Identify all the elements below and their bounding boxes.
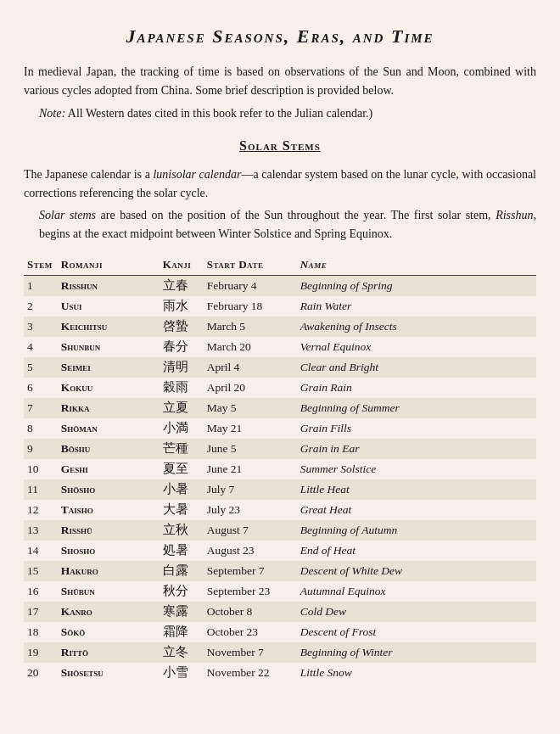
cell-romanji: Shūbun: [58, 581, 160, 602]
table-row: 14Shosho処暑August 23End of Heat: [24, 541, 536, 561]
cell-kanji: 芒種: [160, 439, 204, 459]
table-row: 4Shunbun春分March 20Vernal Equinox: [24, 337, 536, 357]
cell-kanji: 立冬: [160, 642, 204, 663]
table-row: 13Risshū立秋August 7Beginning of Autumn: [24, 520, 536, 541]
table-row: 2Usui雨水February 18Rain Water: [24, 296, 536, 317]
cell-name: Beginning of Summer: [297, 398, 536, 418]
cell-name: Summer Solstice: [297, 459, 536, 479]
cell-romanji: Taisho: [58, 500, 160, 520]
note-label: Note: All Western dates cited in this bo…: [39, 107, 372, 120]
table-row: 9Bōshu芒種June 5Grain in Ear: [24, 439, 536, 459]
cell-romanji: Keichitsu: [58, 317, 160, 337]
cell-romanji: Bōshu: [58, 439, 160, 459]
cell-stem: 12: [24, 500, 58, 520]
note-paragraph: Note: All Western dates cited in this bo…: [24, 104, 536, 123]
cell-name: Rain Water: [297, 296, 536, 317]
cell-name: Great Heat: [297, 500, 536, 520]
cell-stem: 14: [24, 541, 58, 561]
cell-start: May 21: [204, 418, 297, 439]
cell-stem: 13: [24, 520, 58, 541]
cell-name: Awakening of Insects: [297, 317, 536, 337]
cell-start: May 5: [204, 398, 297, 418]
cell-stem: 5: [24, 357, 58, 378]
cell-name: Cold Dew: [297, 602, 536, 622]
cell-kanji: 寒露: [160, 602, 204, 622]
header-romanji: Romanji: [58, 255, 160, 276]
cell-name: Descent of White Dew: [297, 561, 536, 581]
cell-start: October 23: [204, 622, 297, 642]
cell-romanji: Risshū: [58, 520, 160, 541]
header-name: Name: [297, 255, 536, 276]
table-row: 12Taisho大暑July 23Great Heat: [24, 500, 536, 520]
cell-kanji: 夏至: [160, 459, 204, 479]
cell-kanji: 大暑: [160, 500, 204, 520]
page-title: Japanese Seasons, Eras, and Time: [24, 25, 536, 48]
table-row: 17Kanro寒露October 8Cold Dew: [24, 602, 536, 622]
cell-name: Beginning of Winter: [297, 642, 536, 663]
cell-stem: 15: [24, 561, 58, 581]
cell-name: End of Heat: [297, 541, 536, 561]
cell-start: February 4: [204, 275, 297, 296]
cell-start: July 23: [204, 500, 297, 520]
table-row: 18Sōkō霜降October 23Descent of Frost: [24, 622, 536, 642]
header-kanji: Kanji: [160, 255, 204, 276]
section-intro2: Solar stems are based on the position of…: [24, 206, 536, 243]
cell-name: Grain in Ear: [297, 439, 536, 459]
cell-stem: 17: [24, 602, 58, 622]
cell-romanji: Shōsho: [58, 479, 160, 500]
intro-paragraph: In medieval Japan, the tracking of time …: [24, 63, 536, 99]
cell-kanji: 小満: [160, 418, 204, 439]
cell-stem: 19: [24, 642, 58, 663]
table-row: 5Seimei清明April 4Clear and Bright: [24, 357, 536, 378]
cell-romanji: Sōkō: [58, 622, 160, 642]
cell-kanji: 立夏: [160, 398, 204, 418]
cell-name: Little Snow: [297, 663, 536, 683]
cell-stem: 7: [24, 398, 58, 418]
cell-stem: 11: [24, 479, 58, 500]
cell-start: September 7: [204, 561, 297, 581]
cell-start: April 20: [204, 378, 297, 398]
cell-stem: 16: [24, 581, 58, 602]
cell-name: Vernal Equinox: [297, 337, 536, 357]
stems-table: Stem Romanji Kanji Start Date Name 1Riss…: [24, 255, 536, 683]
cell-name: Descent of Frost: [297, 622, 536, 642]
cell-start: July 7: [204, 479, 297, 500]
cell-kanji: 秋分: [160, 581, 204, 602]
cell-name: Clear and Bright: [297, 357, 536, 378]
cell-romanji: Kokuu: [58, 378, 160, 398]
cell-romanji: Shōsetsu: [58, 663, 160, 683]
cell-start: August 7: [204, 520, 297, 541]
cell-romanji: Risshun: [58, 275, 160, 296]
cell-romanji: Rittō: [58, 642, 160, 663]
cell-romanji: Rikka: [58, 398, 160, 418]
table-row: 7Rikka立夏May 5Beginning of Summer: [24, 398, 536, 418]
cell-kanji: 小雪: [160, 663, 204, 683]
table-row: 15Hakuro白露September 7Descent of White De…: [24, 561, 536, 581]
header-start: Start Date: [204, 255, 297, 276]
section-title: Solar Stems: [24, 138, 536, 154]
cell-kanji: 清明: [160, 357, 204, 378]
cell-start: October 8: [204, 602, 297, 622]
cell-kanji: 処暑: [160, 541, 204, 561]
cell-kanji: 春分: [160, 337, 204, 357]
cell-start: March 5: [204, 317, 297, 337]
cell-romanji: Usui: [58, 296, 160, 317]
table-row: 19Rittō立冬November 7Beginning of Winter: [24, 642, 536, 663]
table-row: 20Shōsetsu小雪November 22Little Snow: [24, 663, 536, 683]
cell-kanji: 啓蟄: [160, 317, 204, 337]
cell-romanji: Hakuro: [58, 561, 160, 581]
cell-kanji: 小暑: [160, 479, 204, 500]
cell-start: March 20: [204, 337, 297, 357]
cell-romanji: Kanro: [58, 602, 160, 622]
cell-stem: 18: [24, 622, 58, 642]
section-intro: The Japanese calendar is a lunisolar cal…: [24, 165, 536, 202]
cell-stem: 8: [24, 418, 58, 439]
cell-romanji: Geshi: [58, 459, 160, 479]
cell-romanji: Shosho: [58, 541, 160, 561]
table-row: 16Shūbun秋分September 23Autumnal Equinox: [24, 581, 536, 602]
cell-name: Grain Rain: [297, 378, 536, 398]
cell-stem: 6: [24, 378, 58, 398]
cell-start: September 23: [204, 581, 297, 602]
cell-kanji: 雨水: [160, 296, 204, 317]
cell-start: November 22: [204, 663, 297, 683]
